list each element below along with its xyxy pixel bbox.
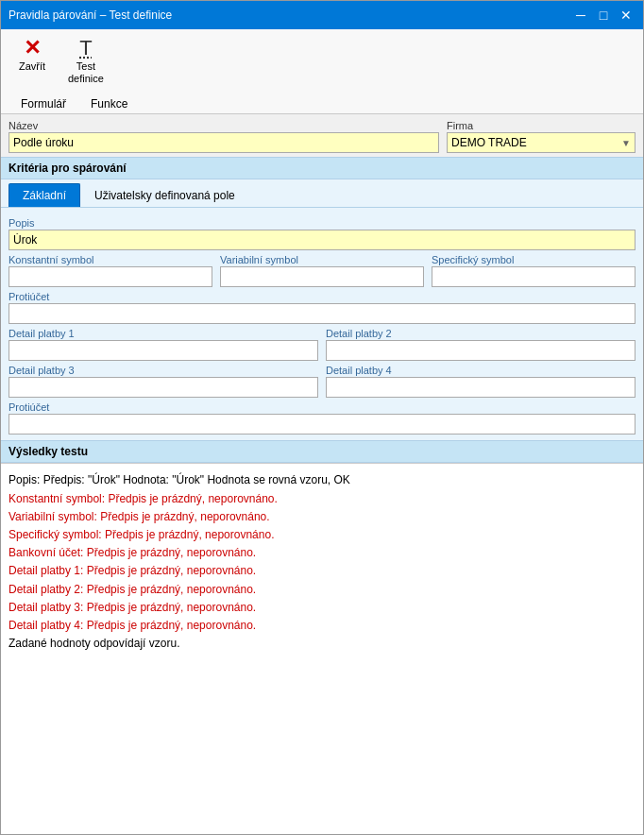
test-ribbon-label: Testdefinice (68, 60, 104, 85)
detail3-label: Detail platby 3 (8, 365, 318, 376)
detail1-label: Detail platby 1 (8, 328, 318, 339)
maximize-button[interactable]: □ (594, 7, 613, 24)
title-bar: Pravidla párování – Test definice ─ □ ✕ (1, 1, 643, 29)
ribbon: ✕ Zavřít T Testdefinice Formulář Funkce (1, 29, 643, 114)
close-ribbon-icon: ✕ (24, 38, 41, 59)
specificky-label: Specifický symbol (432, 254, 636, 265)
test-ribbon-icon: T (79, 38, 92, 59)
firma-value: DEMO TRADE (451, 136, 527, 149)
konstant-input[interactable] (8, 266, 212, 287)
tab-formular[interactable]: Formulář (8, 94, 78, 113)
result-line-1: Konstantní symbol: Předpis je prázdný, n… (8, 490, 636, 508)
detail1-group: Detail platby 1 (8, 324, 318, 361)
popis-input[interactable] (8, 230, 636, 250)
protiucet2-input[interactable] (8, 414, 636, 435)
test-ribbon-button[interactable]: T Testdefinice (59, 33, 112, 90)
detail4-label: Detail platby 4 (326, 365, 636, 376)
detail3-group: Detail platby 3 (8, 361, 318, 398)
protiucet2-group: Protiúčet (8, 401, 636, 435)
symbol-row: Konstantní symbol Variabilní symbol Spec… (8, 250, 636, 287)
result-line-7: Detail platby 3: Předpis je prázdný, nep… (8, 599, 636, 617)
result-line-2: Variabilní symbol: Předpis je prázdný, n… (8, 508, 636, 526)
window-title: Pravidla párování – Test definice (8, 9, 172, 22)
detail2-input[interactable] (326, 340, 636, 361)
result-line-0: Popis: Předpis: "Úrok" Hodnota: "Úrok" H… (8, 471, 636, 489)
result-line-8: Detail platby 4: Předpis je prázdný, nep… (8, 617, 636, 635)
criteria-header: Kritéria pro spárování (1, 157, 643, 179)
result-line-5: Detail platby 1: Předpis je prázdný, nep… (8, 562, 636, 580)
konstant-label: Konstantní symbol (8, 254, 212, 265)
close-ribbon-button[interactable]: ✕ Zavřít (8, 33, 56, 90)
main-window: Pravidla párování – Test definice ─ □ ✕ … (0, 0, 644, 835)
detail1-input[interactable] (8, 340, 318, 361)
firma-label: Firma (447, 120, 636, 131)
header-fields: Název Firma DEMO TRADE ▼ (1, 114, 643, 157)
popis-label: Popis (8, 217, 636, 229)
result-line-3: Specifický symbol: Předpis je prázdný, n… (8, 526, 636, 544)
firma-select[interactable]: DEMO TRADE ▼ (447, 132, 636, 153)
result-line-9: Zadané hodnoty odpovídají vzoru. (8, 635, 636, 653)
protiucet2-label: Protiúčet (8, 401, 636, 413)
detail2-group: Detail platby 2 (326, 324, 636, 361)
criteria-tabs: Základní Uživatelsky definovaná pole (1, 179, 643, 208)
detail2-label: Detail platby 2 (326, 328, 636, 339)
konstant-group: Konstantní symbol (8, 250, 212, 287)
popis-group: Popis (8, 217, 636, 250)
ribbon-tabs: Formulář Funkce (8, 94, 636, 113)
nazev-label: Název (8, 120, 439, 131)
variabilni-input[interactable] (220, 266, 424, 287)
detail4-input[interactable] (326, 377, 636, 398)
protiucet-group: Protiúčet (8, 291, 636, 324)
title-controls: ─ □ ✕ (571, 7, 636, 24)
tab-funkce[interactable]: Funkce (78, 94, 140, 113)
detail-row-12: Detail platby 1 Detail platby 2 (8, 324, 636, 361)
variabilni-group: Variabilní symbol (220, 250, 424, 287)
minimize-button[interactable]: ─ (571, 7, 590, 24)
variabilni-label: Variabilní symbol (220, 254, 424, 265)
results-header: Výsledky testu (1, 440, 643, 463)
firma-group: Firma DEMO TRADE ▼ (447, 120, 636, 153)
result-line-4: Bankovní účet: Předpis je prázdný, nepor… (8, 544, 636, 562)
protiucet-label: Protiúčet (8, 291, 636, 302)
results-container: Popis: Předpis: "Úrok" Hodnota: "Úrok" H… (8, 471, 636, 653)
form-area: Popis Konstantní symbol Variabilní symbo… (1, 208, 643, 440)
ribbon-buttons: ✕ Zavřít T Testdefinice (8, 33, 636, 94)
detail4-group: Detail platby 4 (326, 361, 636, 398)
nazev-input[interactable] (8, 132, 439, 153)
content-area: Název Firma DEMO TRADE ▼ Kritéria pro sp… (1, 114, 643, 834)
detail-row-34: Detail platby 3 Detail platby 4 (8, 361, 636, 398)
results-area[interactable]: Popis: Předpis: "Úrok" Hodnota: "Úrok" H… (1, 463, 643, 834)
nazev-group: Název (8, 120, 439, 153)
tab-uzivatelsky[interactable]: Uživatelsky definovaná pole (80, 183, 249, 207)
close-button[interactable]: ✕ (617, 7, 636, 24)
protiucet-input[interactable] (8, 303, 636, 324)
firma-dropdown-icon: ▼ (621, 138, 631, 148)
result-line-6: Detail platby 2: Předpis je prázdný, nep… (8, 581, 636, 599)
detail3-input[interactable] (8, 377, 318, 398)
specificky-input[interactable] (432, 266, 636, 287)
close-ribbon-label: Zavřít (19, 60, 45, 73)
tab-zakladni[interactable]: Základní (8, 183, 80, 207)
specificky-group: Specifický symbol (432, 250, 636, 287)
